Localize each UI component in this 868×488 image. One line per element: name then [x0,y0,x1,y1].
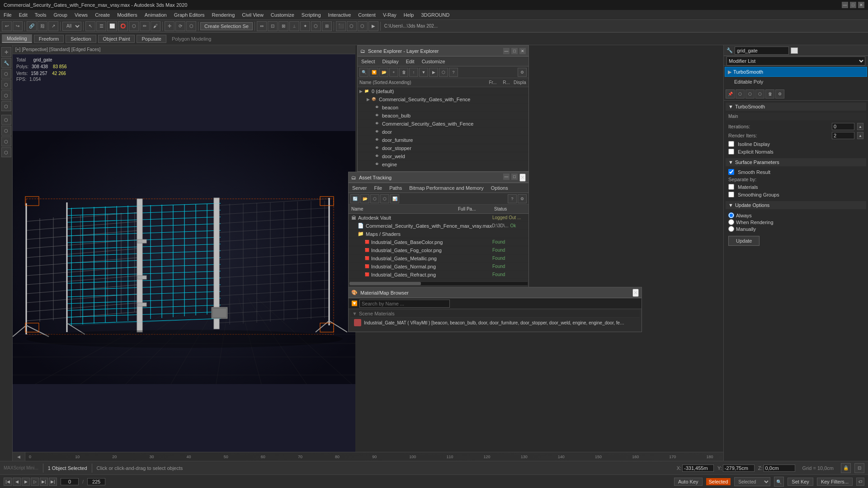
tab-freeform[interactable]: Freeform [34,35,64,43]
at-item-fogcolor[interactable]: 🟥 Industrial_Gates_Fog_color.png Found [349,246,528,254]
se-help-btn[interactable]: ? [449,68,458,77]
object-name-input[interactable] [735,47,789,55]
at-item-maps[interactable]: 📁 Maps / Shaders [349,230,528,238]
se-filter-btn[interactable]: 🔽 [369,68,378,77]
se-item-door-furniture[interactable]: 👁 door_furniture [358,136,528,144]
utilities-panel-btn[interactable]: ⬡ [1,101,11,111]
menu-interactive[interactable]: Interactive [325,11,355,19]
at-btn2[interactable]: 📂 [360,194,369,203]
viewport-texture-btn[interactable]: ⬡ [1,126,11,136]
smooth-result-checkbox[interactable] [728,169,734,175]
at-item-max-file[interactable]: 📄 Commercial_Security_Gates_with_Fence_m… [349,222,528,230]
align-button[interactable]: ⊡ [268,21,278,31]
menu-civil-view[interactable]: Civil View [238,11,267,19]
tab-selection[interactable]: Selection [66,35,96,43]
add-time-tag-btn[interactable]: 🏷 [856,478,864,486]
at-btn3[interactable]: ⬡ [370,194,379,203]
at-btn4[interactable]: ⬡ [380,194,389,203]
fence-select[interactable]: ⬡ [129,21,139,31]
se-layer-0[interactable]: ▶ 📁 0 (default) [358,87,528,95]
menu-edit[interactable]: Edit [15,11,31,19]
prev-frame-btn[interactable]: ◀ [13,478,21,486]
se-item-door-weld[interactable]: 👁 door_weld [358,152,528,160]
redo-button[interactable]: ↪ [13,21,23,31]
quick-render[interactable]: ▶ [368,21,378,31]
select-and-move[interactable]: ✛ [165,21,175,31]
go-to-end-btn[interactable]: ▶| [49,478,57,486]
lock-selection-btn[interactable]: 🔒 [841,463,851,473]
play-btn[interactable]: ▶ [22,478,30,486]
key-filters-button[interactable]: Key Filters... [817,478,853,486]
circle-select[interactable]: ⭕ [118,21,128,31]
hierarchy-panel-btn[interactable]: ⬡ [1,69,11,79]
menu-rendering[interactable]: Rendering [208,11,239,19]
se-minimize-btn[interactable]: — [503,48,509,54]
at-settings-btn[interactable]: ⚙ [518,194,527,203]
display-panel-btn[interactable]: ⬡ [1,90,11,100]
align-to-view[interactable]: ⊞ [322,21,332,31]
se-collapse-btn[interactable]: ▼ [419,68,428,77]
show-end-result-btn[interactable]: ⬡ [745,89,755,99]
se-item-beacon[interactable]: 👁 beacon [358,103,528,112]
materials-checkbox[interactable] [728,184,734,190]
quick-align[interactable]: ⊠ [278,21,288,31]
at-item-normal[interactable]: 🟥 Industrial_Gates_Normal.png Found [349,263,528,271]
at-btn1[interactable]: 🔄 [350,194,359,203]
open-schematic-view[interactable]: ⬛ [336,21,346,31]
at-menu-paths[interactable]: Paths [387,185,404,191]
pin-stack-btn[interactable]: 📌 [726,89,735,99]
render-iters-input[interactable] [832,132,854,139]
se-item-door[interactable]: 👁 door [358,128,528,136]
menu-customize[interactable]: Customize [267,11,298,19]
bind-spacewarp[interactable]: ↗ [48,21,58,31]
update-button[interactable]: Update [728,236,760,246]
at-maximize-btn[interactable]: □ [511,174,518,180]
align-camera[interactable]: ⬡ [311,21,321,31]
viewport-shading-btn[interactable]: ⬡ [1,115,11,125]
mb-close-btn[interactable]: ✕ [632,289,639,297]
modifier-turbosmooth[interactable]: ▶ TurboSmooth [725,67,867,77]
next-frame-btn[interactable]: ▶| [40,478,48,486]
smoothing-groups-checkbox[interactable] [728,192,734,197]
select-object[interactable]: ↖ [85,21,95,31]
material-editor[interactable]: ⬡ [347,21,357,31]
menu-modifiers[interactable]: Modifiers [113,11,141,19]
viewport-toggle-btn[interactable]: ⬡ [1,147,11,157]
current-frame-input[interactable] [61,478,79,485]
se-group-commercial[interactable]: ▶ 📦 Commercial_Security_Gates_with_Fence [358,95,528,103]
tab-populate[interactable]: Populate [137,35,166,43]
at-minimize-btn[interactable]: — [503,174,509,180]
menu-graph-editors[interactable]: Graph Editors [170,11,208,19]
select-filter-dropdown[interactable]: All [62,22,81,31]
select-and-rotate[interactable]: ⟳ [175,21,185,31]
render-iters-up[interactable]: ▲ [857,132,863,139]
z-input[interactable] [764,465,795,472]
at-item-metallic[interactable]: 🟥 Industrial_Gates_Metallic.png Found [349,254,528,263]
search-btn[interactable]: 🔍 [774,477,784,487]
play-selected-btn[interactable]: ▷ [31,478,39,486]
se-item-door-stopper[interactable]: 👁 door_stopper [358,144,528,152]
menu-3dground[interactable]: 3DGROUND [417,11,453,19]
explicit-normals-checkbox[interactable] [728,149,734,155]
se-close-btn[interactable]: ✕ [519,48,526,54]
mb-search-input[interactable] [359,300,450,308]
place-highlight[interactable]: ✦ [300,21,310,31]
at-item-roughness[interactable]: 🟥 Industrial_Gates_Roughness.png Found [349,279,528,281]
always-radio[interactable] [728,212,734,218]
auto-key-button[interactable]: Auto Key [674,478,703,486]
motion-panel-btn[interactable]: ⬡ [1,80,11,89]
make-unique-btn[interactable]: ⬡ [755,89,764,99]
se-new-layer-btn[interactable]: + [389,68,398,77]
absolute-transform-btn[interactable]: ⊡ [854,463,864,473]
se-layers-btn[interactable]: 📂 [379,68,388,77]
when-rendering-radio[interactable] [728,219,734,225]
modifier-editable-poly[interactable]: Editable Poly [725,77,867,87]
isoline-checkbox[interactable] [728,141,734,147]
x-input[interactable] [682,465,714,472]
at-menu-server[interactable]: Server [350,185,368,191]
set-key-button[interactable]: Set Key [788,478,813,486]
paint-select[interactable]: 🖌 [151,21,160,31]
at-help-btn[interactable]: ? [508,194,517,203]
se-item-beacon-bulb[interactable]: 👁 beacon_bulb [358,112,528,120]
tab-modeling[interactable]: Modeling [2,34,32,43]
